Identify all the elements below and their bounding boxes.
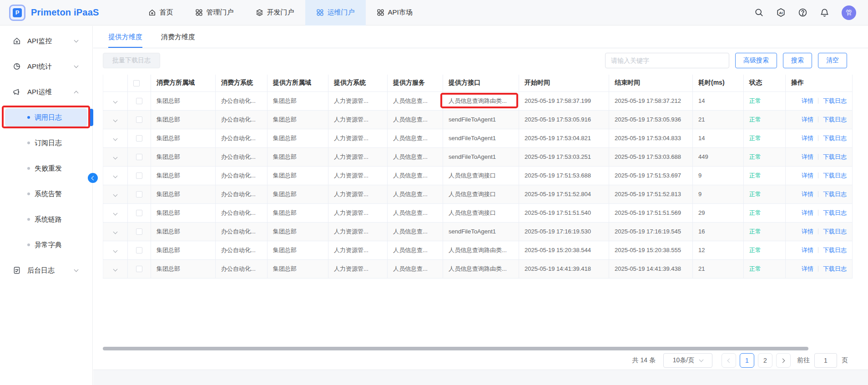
row-checkbox[interactable] bbox=[136, 247, 142, 253]
cell-start_time: 2025-05-19 17:53:04.821 bbox=[519, 129, 609, 147]
expand-row-icon[interactable] bbox=[114, 153, 117, 160]
sidebar-item-调用日志[interactable]: 调用日志 bbox=[0, 105, 92, 130]
cell-consumer_system: 办公自动化... bbox=[216, 203, 267, 222]
user-avatar[interactable]: 管 bbox=[842, 5, 856, 20]
clear-button[interactable]: 清空 bbox=[818, 53, 847, 68]
tab-消费方维度[interactable]: 消费方维度 bbox=[161, 26, 195, 48]
keyword-search-input[interactable] bbox=[605, 53, 729, 68]
nav-item-market[interactable]: API市场 bbox=[366, 0, 424, 25]
expand-row-icon[interactable] bbox=[114, 116, 117, 123]
advanced-search-button[interactable]: 高级搜索 bbox=[735, 53, 777, 68]
sidebar-item-失败重发[interactable]: 失败重发 bbox=[0, 156, 92, 181]
detail-link[interactable]: 详情 bbox=[802, 172, 813, 179]
column-header-duration_ms: 耗时(ms) bbox=[693, 75, 744, 91]
row-checkbox[interactable] bbox=[136, 172, 142, 179]
cell-status: 正常 bbox=[744, 241, 786, 259]
download-log-link[interactable]: 下载日志 bbox=[823, 265, 847, 272]
next-page-button[interactable] bbox=[776, 353, 791, 368]
select-all-checkbox[interactable] bbox=[133, 80, 140, 86]
cell-provider_service: 人员信息查... bbox=[388, 222, 443, 241]
sidebar-item-系统链路[interactable]: 系统链路 bbox=[0, 207, 92, 232]
expand-row-icon[interactable] bbox=[114, 247, 117, 253]
cell-duration_ms: 21 bbox=[693, 259, 744, 278]
row-checkbox[interactable] bbox=[136, 98, 142, 104]
row-checkbox[interactable] bbox=[136, 154, 142, 160]
detail-link[interactable]: 详情 bbox=[802, 153, 813, 160]
cell-expand bbox=[103, 129, 128, 147]
cell-checkbox bbox=[128, 147, 151, 166]
page-button-1[interactable]: 1 bbox=[740, 353, 754, 368]
document-icon bbox=[13, 266, 21, 274]
prev-page-button[interactable] bbox=[722, 353, 736, 368]
tab-提供方维度[interactable]: 提供方维度 bbox=[108, 26, 142, 48]
detail-link[interactable]: 详情 bbox=[802, 135, 813, 142]
page-size-select[interactable]: 10条/页 bbox=[663, 353, 712, 368]
sidebar-group-API监控[interactable]: API监控 bbox=[0, 28, 92, 54]
row-checkbox[interactable] bbox=[136, 210, 142, 216]
row-checkbox[interactable] bbox=[136, 228, 142, 235]
expand-row-icon[interactable] bbox=[114, 265, 117, 272]
expand-row-icon[interactable] bbox=[114, 191, 117, 198]
download-log-link[interactable]: 下载日志 bbox=[823, 228, 847, 235]
row-checkbox[interactable] bbox=[136, 191, 142, 198]
row-checkbox[interactable] bbox=[136, 266, 142, 272]
cell-provider_domain: 集团总部 bbox=[267, 241, 328, 259]
cell-start_time: 2025-05-19 14:41:39.418 bbox=[519, 259, 609, 278]
content-bottom-strip bbox=[93, 370, 868, 385]
nav-item-home[interactable]: 首页 bbox=[137, 0, 184, 25]
detail-link[interactable]: 详情 bbox=[802, 209, 813, 216]
row-checkbox[interactable] bbox=[136, 135, 142, 142]
expand-row-icon[interactable] bbox=[114, 172, 117, 179]
expand-row-icon[interactable] bbox=[114, 209, 117, 216]
help-icon[interactable] bbox=[798, 8, 807, 17]
search-icon[interactable] bbox=[754, 8, 764, 17]
sidebar-item-label: 异常字典 bbox=[35, 241, 62, 249]
cell-status: 正常 bbox=[744, 185, 786, 203]
cell-checkbox bbox=[128, 259, 151, 278]
notification-bell-icon[interactable] bbox=[820, 8, 829, 17]
status-badge: 正常 bbox=[749, 247, 761, 253]
download-log-link[interactable]: 下载日志 bbox=[823, 191, 847, 198]
sidebar-collapse-button[interactable] bbox=[88, 173, 98, 183]
status-badge: 正常 bbox=[749, 228, 761, 235]
nav-item-admin[interactable]: 管理门户 bbox=[184, 0, 245, 25]
status-badge: 正常 bbox=[749, 116, 761, 123]
sidebar-item-异常字典[interactable]: 异常字典 bbox=[0, 232, 92, 258]
ai-assistant-icon[interactable]: AI bbox=[776, 8, 786, 17]
nav-item-dev[interactable]: 开发门户 bbox=[245, 0, 305, 25]
expand-row-icon[interactable] bbox=[114, 97, 117, 104]
sidebar-group-API运维[interactable]: API运维 bbox=[0, 79, 92, 105]
download-log-link[interactable]: 下载日志 bbox=[823, 172, 847, 179]
download-log-link[interactable]: 下载日志 bbox=[823, 209, 847, 216]
page-button-2[interactable]: 2 bbox=[758, 353, 772, 368]
expand-row-icon[interactable] bbox=[114, 228, 117, 235]
horizontal-scrollbar[interactable] bbox=[103, 347, 808, 350]
table-row: 集团总部办公自动化...集团总部人力资源管...人员信息查...人员信息查询路由… bbox=[103, 259, 853, 278]
detail-link[interactable]: 详情 bbox=[802, 265, 813, 272]
download-log-link[interactable]: 下载日志 bbox=[823, 135, 847, 142]
action-divider bbox=[818, 172, 818, 178]
download-log-link[interactable]: 下载日志 bbox=[823, 247, 847, 253]
detail-link[interactable]: 详情 bbox=[802, 191, 813, 198]
search-button[interactable]: 搜索 bbox=[783, 53, 812, 68]
detail-link[interactable]: 详情 bbox=[802, 97, 813, 104]
batch-download-button[interactable]: 批量下载日志 bbox=[103, 53, 160, 68]
goto-page-input[interactable] bbox=[814, 353, 837, 368]
sidebar-item-label: 失败重发 bbox=[35, 164, 62, 173]
download-log-link[interactable]: 下载日志 bbox=[823, 116, 847, 123]
expand-row-icon[interactable] bbox=[114, 135, 117, 142]
sidebar-item-订阅日志[interactable]: 订阅日志 bbox=[0, 130, 92, 156]
sidebar-item-系统告警[interactable]: 系统告警 bbox=[0, 181, 92, 207]
nav-item-ops[interactable]: 运维门户 bbox=[305, 0, 366, 25]
sidebar-group-API统计[interactable]: API统计 bbox=[0, 54, 92, 79]
download-log-link[interactable]: 下载日志 bbox=[823, 97, 847, 104]
download-log-link[interactable]: 下载日志 bbox=[823, 153, 847, 160]
cell-provider_system: 人力资源管... bbox=[328, 241, 388, 259]
sidebar-group-后台日志[interactable]: 后台日志 bbox=[0, 258, 92, 283]
chevron-up-icon bbox=[74, 91, 79, 95]
column-header-start_time: 开始时间 bbox=[519, 75, 609, 91]
row-checkbox[interactable] bbox=[136, 117, 142, 123]
detail-link[interactable]: 详情 bbox=[802, 247, 813, 253]
detail-link[interactable]: 详情 bbox=[802, 116, 813, 123]
detail-link[interactable]: 详情 bbox=[802, 228, 813, 235]
